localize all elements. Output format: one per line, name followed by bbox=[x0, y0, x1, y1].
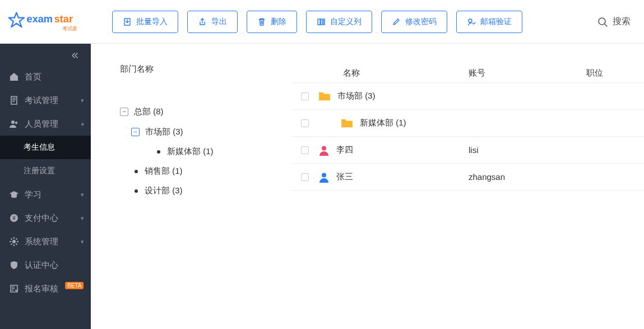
sidebar-item-payment[interactable]: ¥ 支付中心 ▾ bbox=[0, 206, 91, 230]
sidebar-item-exam-mgmt[interactable]: 考试管理 ▾ bbox=[0, 89, 91, 112]
logo-icon: exam star 考试星 bbox=[7, 11, 84, 33]
change-password-button[interactable]: 修改密码 bbox=[381, 11, 447, 33]
department-title: 部门名称 bbox=[120, 64, 277, 75]
search-placeholder: 搜索 bbox=[613, 16, 631, 27]
delete-button[interactable]: 删除 bbox=[247, 11, 297, 33]
collapse-sidebar-button[interactable] bbox=[0, 44, 91, 57]
button-label: 导出 bbox=[211, 17, 227, 27]
sidebar-item-people-mgmt[interactable]: 人员管理 ▾ bbox=[0, 112, 91, 136]
tree-node-market[interactable]: − 市场部 (3) bbox=[131, 122, 277, 142]
folder-icon bbox=[318, 91, 331, 101]
export-button[interactable]: 导出 bbox=[187, 11, 238, 33]
pencil-icon bbox=[392, 17, 401, 26]
row-checkbox[interactable] bbox=[301, 92, 309, 100]
person-icon bbox=[318, 172, 330, 183]
col-header-name: 名称 bbox=[343, 68, 360, 78]
svg-point-10 bbox=[322, 146, 326, 150]
graduation-icon bbox=[9, 189, 19, 200]
table-panel: 名称 账号 职位 市场部 (3)新媒体部 (1)李四lisi张三zhangsan bbox=[288, 44, 644, 329]
tree-leaf-newmedia[interactable]: 新媒体部 (1) bbox=[142, 142, 277, 161]
chevron-down-icon: ▾ bbox=[81, 97, 84, 104]
svg-text:¥: ¥ bbox=[12, 215, 16, 221]
button-label: 修改密码 bbox=[405, 17, 437, 27]
person-icon bbox=[318, 145, 330, 156]
table-row[interactable]: 李四lisi bbox=[291, 137, 644, 164]
double-chevron-left-icon bbox=[71, 52, 78, 59]
sidebar-item-auth-center[interactable]: 认证中心 bbox=[0, 253, 91, 277]
table-row[interactable]: 新媒体部 (1) bbox=[291, 110, 644, 137]
import-icon bbox=[123, 17, 132, 26]
tree-leaf-design[interactable]: 设计部 (3) bbox=[131, 181, 277, 201]
sidebar-item-learning[interactable]: 学习 ▾ bbox=[0, 183, 91, 206]
tree-label: 市场部 (3) bbox=[145, 127, 183, 137]
topbar: exam star 考试星 批量导入 导出 删除 自 bbox=[0, 0, 644, 44]
svg-point-3 bbox=[469, 19, 472, 22]
department-panel: 部门名称 − 总部 (8) − 市场部 (3) 新媒体部 (1) bbox=[91, 44, 288, 329]
button-label: 批量导入 bbox=[136, 17, 168, 27]
sidebar-item-signup-review[interactable]: 报名审核 BETA bbox=[0, 277, 91, 300]
svg-point-5 bbox=[11, 121, 15, 124]
nav-label: 人员管理 bbox=[25, 119, 58, 129]
row-checkbox[interactable] bbox=[301, 119, 309, 127]
row-account: zhangsan bbox=[469, 172, 586, 182]
batch-import-button[interactable]: 批量导入 bbox=[112, 11, 178, 33]
svg-text:exam: exam bbox=[26, 13, 52, 24]
department-tree: − 总部 (8) − 市场部 (3) 新媒体部 (1) bbox=[120, 101, 277, 201]
svg-text:star: star bbox=[54, 13, 72, 24]
columns-icon bbox=[317, 17, 326, 26]
document-icon bbox=[9, 95, 19, 105]
tree-label: 新媒体部 (1) bbox=[167, 146, 214, 157]
tree-leaf-sales[interactable]: 销售部 (1) bbox=[131, 161, 277, 181]
sidebar-subitem-candidate-info[interactable]: 考生信息 bbox=[0, 136, 91, 159]
sidebar-item-sys-mgmt[interactable]: 系统管理 ▾ bbox=[0, 230, 91, 253]
nav-label: 支付中心 bbox=[25, 213, 58, 224]
nav-label: 报名审核 bbox=[25, 284, 58, 294]
home-icon bbox=[9, 72, 19, 82]
tree-node-root[interactable]: − 总部 (8) bbox=[120, 101, 277, 122]
folder-icon bbox=[341, 118, 353, 128]
users-icon bbox=[9, 119, 19, 129]
sidebar-subitem-register-settings[interactable]: 注册设置 bbox=[0, 159, 91, 183]
bullet-icon bbox=[135, 189, 138, 193]
tree-label: 设计部 (3) bbox=[145, 186, 183, 196]
collapse-toggle-icon[interactable]: − bbox=[120, 108, 128, 116]
tree-label: 销售部 (1) bbox=[145, 166, 183, 177]
row-name: 李四 bbox=[336, 145, 353, 155]
list-check-icon bbox=[9, 284, 19, 294]
row-checkbox[interactable] bbox=[301, 173, 309, 181]
bullet-icon bbox=[157, 150, 160, 154]
search-box[interactable]: 搜索 bbox=[597, 16, 631, 27]
chevron-up-icon: ▾ bbox=[81, 121, 84, 128]
search-icon bbox=[597, 16, 608, 27]
mail-icon bbox=[467, 17, 476, 26]
table-header: 名称 账号 职位 bbox=[291, 64, 644, 83]
sidebar-item-home[interactable]: 首页 bbox=[0, 65, 91, 89]
nav-label: 首页 bbox=[25, 72, 41, 82]
export-icon bbox=[198, 17, 207, 26]
coin-icon: ¥ bbox=[9, 213, 19, 223]
col-header-account: 账号 bbox=[469, 68, 485, 77]
button-label: 自定义列 bbox=[330, 17, 362, 27]
chevron-down-icon: ▾ bbox=[81, 215, 84, 222]
svg-text:考试星: 考试星 bbox=[62, 25, 77, 31]
custom-columns-button[interactable]: 自定义列 bbox=[306, 11, 372, 33]
chevron-down-icon: ▾ bbox=[81, 238, 84, 245]
table-row[interactable]: 市场部 (3) bbox=[291, 83, 644, 110]
row-checkbox[interactable] bbox=[301, 146, 309, 154]
tree-label: 总部 (8) bbox=[134, 106, 164, 117]
table-body: 市场部 (3)新媒体部 (1)李四lisi张三zhangsan bbox=[291, 83, 644, 191]
col-header-position: 职位 bbox=[586, 68, 603, 77]
button-label: 删除 bbox=[271, 17, 286, 27]
collapse-toggle-icon[interactable]: − bbox=[131, 128, 140, 136]
main-content: 部门名称 − 总部 (8) − 市场部 (3) 新媒体部 (1) bbox=[91, 44, 644, 329]
beta-badge: BETA bbox=[65, 282, 84, 289]
chevron-down-icon: ▾ bbox=[81, 191, 84, 198]
table-row[interactable]: 张三zhangsan bbox=[291, 164, 644, 191]
email-verify-button[interactable]: 邮箱验证 bbox=[456, 11, 522, 33]
svg-point-11 bbox=[322, 173, 326, 177]
trash-icon bbox=[257, 17, 266, 26]
nav-label: 考试管理 bbox=[25, 95, 58, 106]
row-name: 新媒体部 (1) bbox=[360, 118, 406, 128]
bullet-icon bbox=[135, 170, 138, 173]
sidebar: 首页 考试管理 ▾ 人员管理 ▾ 考生信息 注册设置 学习 ▾ bbox=[0, 44, 91, 329]
